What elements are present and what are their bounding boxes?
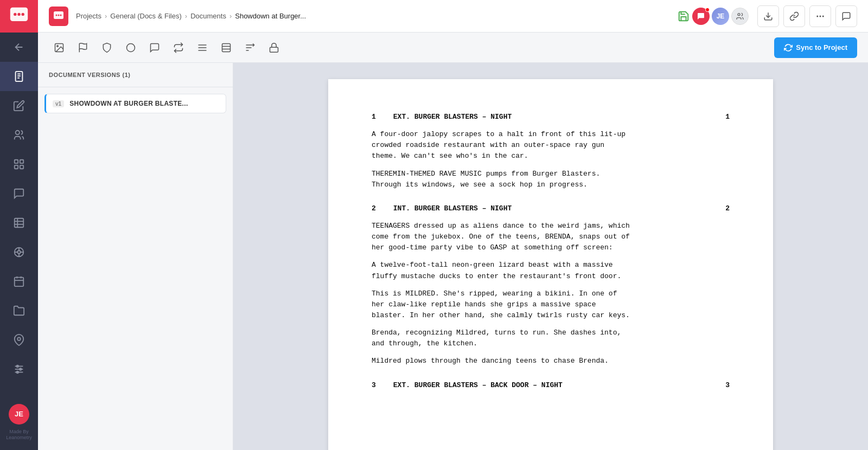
more-button[interactable]	[809, 5, 831, 27]
svg-rect-13	[15, 218, 24, 228]
circle-tool-icon	[125, 42, 136, 53]
scene-num-right-1: 1	[725, 112, 730, 123]
script-content: 1 EXT. BURGER BLASTERS – NIGHT 1 A four-…	[372, 112, 730, 391]
action-para-2-3: This is MILDRED. She's ripped, wearing a…	[372, 288, 730, 321]
user-avatar-photo[interactable]: JE	[712, 8, 729, 25]
sync-to-project-button[interactable]: Sync to Project	[774, 37, 857, 58]
scene-title-3: EXT. BURGER BLASTERS – BACK DOOR – NIGHT	[393, 380, 563, 391]
script-page: 1 EXT. BURGER BLASTERS – NIGHT 1 A four-…	[328, 79, 773, 450]
comment-button[interactable]	[835, 5, 857, 27]
tool-flag-button[interactable]	[73, 37, 93, 58]
icon-sidebar: JE Made By Leanometry	[0, 0, 38, 450]
version-name: SHOWDOWN AT BURGER BLASTE...	[69, 100, 188, 107]
breadcrumb-sep-3: ›	[229, 12, 232, 20]
scene-block-1: 1 EXT. BURGER BLASTERS – NIGHT 1 A four-…	[372, 112, 730, 190]
save-button[interactable]	[675, 8, 692, 25]
arrow-left-icon	[13, 41, 25, 53]
top-nav-logo[interactable]	[49, 7, 68, 26]
action-para-2-4: Brenda, recognizing Mildred, turns to ru…	[372, 327, 730, 349]
svg-point-41	[820, 15, 821, 17]
sidebar-nav-boards[interactable]	[0, 150, 38, 179]
breadcrumb-sep-1: ›	[105, 12, 107, 20]
tool-circle-button[interactable]	[120, 37, 141, 58]
breadcrumb-current: Showdown at Burger...	[235, 12, 306, 20]
scene-num-2: 2	[372, 203, 376, 214]
svg-point-44	[57, 45, 59, 47]
top-logo-icon	[53, 11, 64, 22]
sidebar-nav-edit[interactable]	[0, 91, 38, 120]
svg-point-31	[16, 365, 18, 368]
tool-text-button[interactable]	[216, 37, 237, 58]
sidebar-nav-wheel[interactable]	[0, 237, 38, 267]
notification-avatar[interactable]	[692, 8, 710, 25]
breadcrumb-general[interactable]: General (Docs & Files)	[110, 12, 181, 20]
scene-title-1: EXT. BURGER BLASTERS – NIGHT	[393, 112, 512, 123]
secondary-toolbar: Sync to Project	[38, 33, 868, 63]
scene-title-2: INT. BURGER BLASTERS – NIGHT	[393, 203, 512, 214]
comment-nav-icon	[841, 11, 851, 21]
repeat-tool-icon	[173, 42, 184, 53]
versions-panel: DOCUMENT VERSIONS (1) v1 SHOWDOWN AT BUR…	[38, 63, 233, 450]
shield-tool-icon	[101, 42, 112, 53]
svg-point-36	[58, 14, 60, 16]
chat-notif-icon	[697, 12, 705, 21]
made-by-label: Made By Leanometry	[0, 429, 38, 441]
svg-point-27	[17, 337, 21, 340]
svg-rect-9	[15, 160, 18, 163]
lock-tool-icon	[269, 42, 279, 53]
image-tool-icon	[54, 42, 65, 53]
sidebar-nav-back[interactable]	[0, 33, 38, 62]
people-avatar-icon[interactable]	[731, 8, 749, 25]
sidebar-nav-calendar[interactable]	[0, 267, 38, 296]
sidebar-nav-location[interactable]	[0, 325, 38, 355]
sidebar-nav-folder[interactable]	[0, 296, 38, 325]
avatar-group: JE	[692, 8, 749, 25]
notification-dot	[705, 8, 710, 12]
sidebar-nav-settings[interactable]	[0, 355, 38, 384]
sidebar-nav-documents[interactable]	[0, 62, 38, 91]
sidebar-nav-table[interactable]	[0, 208, 38, 237]
svg-point-2	[17, 13, 20, 16]
svg-rect-56	[270, 47, 278, 52]
svg-rect-12	[20, 165, 23, 169]
script-area[interactable]: 1 EXT. BURGER BLASTERS – NIGHT 1 A four-…	[233, 63, 868, 450]
tool-sort-button[interactable]	[240, 37, 260, 58]
tool-bubble-button[interactable]	[144, 37, 165, 58]
link-button[interactable]	[783, 5, 805, 27]
svg-point-46	[127, 43, 135, 52]
comment-icon	[13, 188, 25, 200]
svg-rect-50	[222, 43, 231, 52]
tool-align-button[interactable]	[192, 37, 213, 58]
download-button[interactable]	[757, 5, 779, 27]
tool-shield-button[interactable]	[97, 37, 117, 58]
user-avatar-sidebar[interactable]: JE	[9, 404, 29, 425]
svg-point-37	[60, 14, 62, 16]
sync-button-label: Sync to Project	[796, 43, 847, 52]
calendar-icon	[13, 275, 25, 287]
svg-point-35	[56, 14, 58, 16]
scene-num-3: 3	[372, 380, 376, 391]
svg-point-18	[17, 250, 21, 254]
svg-rect-23	[15, 278, 24, 287]
breadcrumb-projects[interactable]: Projects	[76, 12, 101, 20]
version-item[interactable]: v1 SHOWDOWN AT BURGER BLASTE...	[44, 94, 226, 113]
version-badge: v1	[53, 100, 64, 107]
sidebar-nav-people[interactable]	[0, 120, 38, 150]
svg-rect-10	[20, 160, 23, 163]
tool-repeat-button[interactable]	[168, 37, 189, 58]
sidebar-nav-chat[interactable]	[0, 179, 38, 208]
chat-logo-icon	[9, 7, 29, 26]
location-icon	[13, 334, 25, 346]
top-nav-right: JE	[692, 5, 857, 27]
people-icon	[13, 129, 25, 141]
bubble-tool-icon	[149, 42, 160, 53]
top-nav: Projects › General (Docs & Files) › Docu…	[38, 0, 868, 33]
boards-icon	[13, 158, 25, 170]
app-logo[interactable]	[0, 0, 38, 33]
action-para-2-5: Mildred plows through the dancing teens …	[372, 356, 730, 367]
tool-lock-button[interactable]	[264, 37, 284, 58]
breadcrumb-documents[interactable]: Documents	[190, 12, 226, 20]
tool-image-button[interactable]	[49, 37, 69, 58]
svg-point-40	[816, 15, 818, 17]
sync-icon	[784, 43, 793, 52]
